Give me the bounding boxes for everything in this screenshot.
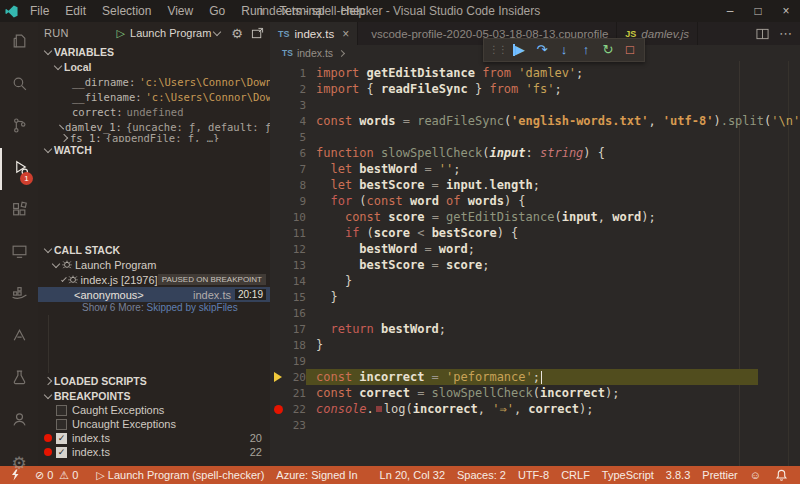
menu-file[interactable]: File [22,0,57,22]
breakpoints-section-header[interactable]: BREAKPOINTS [38,388,270,403]
maximize-button[interactable]: □ [744,0,772,22]
status-eol[interactable]: CRLF [555,466,596,484]
status-indentation[interactable]: Spaces: 2 [451,466,512,484]
activity-item-search[interactable] [0,64,38,106]
restart-button[interactable]: ↻ [597,39,619,61]
code-line-15[interactable]: 15 } [270,289,800,305]
breakpoint-row[interactable]: Caught Exceptions [38,403,270,417]
step-over-button[interactable]: ↷ [531,39,553,61]
stop-button[interactable]: □ [619,39,641,61]
menu-help[interactable]: Help [333,0,374,22]
code-line-22[interactable]: 22console.log(incorrect, '⇒', correct); [270,401,800,417]
breakpoint-row[interactable]: ✓index.ts20 [38,431,270,445]
code-line-19[interactable]: 19 [270,353,800,369]
status-notifications[interactable] [770,466,796,484]
gutter-margin[interactable] [270,405,286,414]
code-line-21[interactable]: 21const correct = slowSpellCheck(incorre… [270,385,800,401]
menu-go[interactable]: Go [201,0,233,22]
chevron-down-icon[interactable] [213,28,221,36]
code-line-20[interactable]: 20const incorrect = 'peformance'; [270,369,800,385]
variable-row[interactable]: __filename:'c:\Users\Connor\Downloads\sp… [38,89,270,104]
breakpoint-row[interactable]: ✓index.ts22 [38,445,270,459]
code-line-5[interactable]: 5 [270,129,800,145]
split-editor-icon[interactable] [756,28,769,40]
code-line-14[interactable]: 14 } [270,273,800,289]
code-line-10[interactable]: 10 const score = getEditDistance(input, … [270,209,800,225]
continue-button[interactable]: ▶ [509,39,531,61]
activity-item-run-debug[interactable]: 1 [0,148,38,190]
menu-selection[interactable]: Selection [94,0,159,22]
menu-view[interactable]: View [159,0,201,22]
status-problems[interactable]: ⊘0⚠0 [29,466,90,484]
loaded-scripts-section-header[interactable]: LOADED SCRIPTS [38,373,270,388]
code-line-13[interactable]: 13 bestScore = score; [270,257,800,273]
activity-item-source-control[interactable] [0,106,38,148]
code-line-17[interactable]: 17 return bestWord; [270,321,800,337]
breakpoint-checkbox[interactable]: ✓ [56,433,67,444]
activity-item-settings[interactable]: ⚙ [0,442,38,484]
code-line-7[interactable]: 7 let bestWord = ''; [270,161,800,177]
code-line-3[interactable]: 3 [270,97,800,113]
variable-row[interactable]: damlev_1:{uncache: ƒ, default: ƒ, __esMo… [38,119,270,134]
configure-gear-icon[interactable]: ⚙ [231,26,243,41]
variable-row[interactable]: correct:undefined [38,104,270,119]
code-line-6[interactable]: 6function slowSpellCheck(input: string) … [270,145,800,161]
activity-item-explorer[interactable] [0,22,38,64]
chevron-right-icon[interactable] [60,134,68,142]
show-more-frames-link[interactable]: Show 6 More: Skipped by skipFiles [38,302,270,315]
gutter-margin[interactable] [270,372,286,382]
open-debug-console-icon[interactable] [251,27,264,40]
more-actions-icon[interactable]: ⋯ [779,26,792,41]
menu-edit[interactable]: Edit [57,0,94,22]
activity-item-accounts[interactable] [0,400,38,442]
code-line-4[interactable]: 4const words = readFileSync('english-wor… [270,113,800,129]
call-stack-thread-row[interactable]: index.js [21976] PAUSED ON BREAKPOINT [38,272,270,287]
activity-item-extensions[interactable] [0,190,38,232]
menu-terminal[interactable]: Terminal [271,0,332,22]
call-stack-session-row[interactable]: Launch Program [38,257,270,272]
step-out-button[interactable]: ↑ [575,39,597,61]
code-line-8[interactable]: 8 let bestScore = input.length; [270,177,800,193]
status-ts-version[interactable]: 3.8.3 [660,466,696,484]
chevron-down-icon[interactable] [54,61,62,69]
step-into-button[interactable]: ↓ [553,39,575,61]
code-line-23[interactable]: 23 [270,417,800,433]
watch-section-header[interactable]: WATCH [38,142,270,157]
code-line-12[interactable]: 12 bestWord = word; [270,241,800,257]
breakpoint-row[interactable]: Uncaught Exceptions [38,417,270,431]
variable-row[interactable]: Local [38,59,270,74]
status-cursor-position[interactable]: Ln 20, Col 32 [374,466,451,484]
status-formatter[interactable]: Prettier [696,466,743,484]
tab-index.ts[interactable]: TSindex.ts× [270,22,358,45]
status-feedback[interactable]: ☺ [744,466,770,484]
minimize-button[interactable]: – [716,0,744,22]
variable-row[interactable]: fs_1:{appendFile: ƒ, …} [38,134,270,142]
code-line-1[interactable]: 1import getEditDistance from 'damlev'; [270,65,800,81]
activity-item-remote-explorer[interactable] [0,232,38,274]
call-stack-section-header[interactable]: CALL STACK [38,242,270,257]
code-line-16[interactable]: 16 [270,305,800,321]
close-button[interactable]: × [772,0,800,22]
code-editor[interactable]: 1import getEditDistance from 'damlev';2i… [270,61,800,466]
breakpoint-checkbox[interactable] [56,419,67,430]
status-azure-account[interactable]: Azure: Signed In [270,466,363,484]
breakpoint-checkbox[interactable] [56,405,67,416]
code-line-9[interactable]: 9 for (const word of words) { [270,193,800,209]
breakpoint-dot-icon[interactable] [274,405,283,414]
close-icon[interactable]: × [342,27,349,41]
launch-config-select[interactable]: Launch Program [130,27,211,39]
menu-run[interactable]: Run [233,0,271,22]
status-debug-target[interactable]: ▷Launch Program (spell-checker) [90,466,270,484]
status-encoding[interactable]: UTF-8 [512,466,555,484]
activity-item-test[interactable] [0,358,38,400]
activity-item-azure[interactable] [0,316,38,358]
code-line-2[interactable]: 2import { readFileSync } from 'fs'; [270,81,800,97]
stack-frame-row-selected[interactable]: <anonymous> index.ts 20:19 [38,287,270,302]
code-line-11[interactable]: 11 if (score < bestScore) { [270,225,800,241]
variable-row[interactable]: __dirname:'c:\Users\Connor\Downloads\spe… [38,74,270,89]
start-debugging-icon[interactable]: ▷ [117,27,125,40]
chevron-right-icon[interactable] [59,124,64,129]
status-language-mode[interactable]: TypeScript [596,466,660,484]
breakpoint-checkbox[interactable]: ✓ [56,447,67,458]
activity-item-docker[interactable] [0,274,38,316]
